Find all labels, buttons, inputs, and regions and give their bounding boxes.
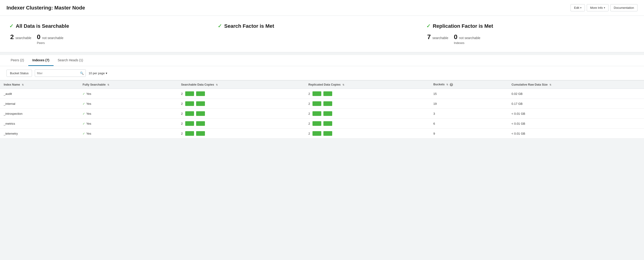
- cell-fully-searchable: ✓Yes: [79, 129, 177, 138]
- sort-icon[interactable]: ⇅: [342, 84, 344, 86]
- cell-index-name: _audit: [0, 89, 79, 99]
- bar-segment: [185, 121, 194, 126]
- cell-raw-size: < 0.01 GB: [508, 129, 644, 138]
- cell-index-name: _telemetry: [0, 129, 79, 138]
- col-index-name: Index Name ⇅: [0, 81, 79, 89]
- yes-check-icon: ✓: [82, 112, 85, 116]
- searchable-peers-number: 2: [10, 33, 14, 41]
- sort-icon[interactable]: ⇅: [216, 84, 218, 86]
- check-icon: ✓: [9, 23, 14, 29]
- table-wrap: Index Name ⇅ Fully Searchable ⇅ Searchab…: [0, 80, 644, 138]
- cell-replicated-copies: 2: [304, 119, 430, 129]
- indexes-sublabel: Indexes: [454, 41, 464, 45]
- cell-buckets: 6: [430, 119, 508, 129]
- bar-segment: [196, 121, 205, 126]
- yes-check-icon: ✓: [82, 102, 85, 106]
- cell-raw-size: < 0.01 GB: [508, 119, 644, 129]
- cell-raw-size: < 0.01 GB: [508, 109, 644, 119]
- cell-buckets: 15: [430, 89, 508, 99]
- bar-segment: [196, 91, 205, 96]
- cell-raw-size: 0.02 GB: [508, 89, 644, 99]
- per-page-select[interactable]: 10 per page ▾: [88, 71, 107, 75]
- bar-segment: [324, 91, 332, 96]
- bar-segment: [196, 101, 205, 106]
- bar-segment: [196, 131, 205, 136]
- tab-peers[interactable]: Peers (2): [6, 55, 28, 66]
- table-row: _internal✓Yes 2 2 190.17 GB: [0, 99, 644, 109]
- cell-replicated-copies: 2: [304, 89, 430, 99]
- sort-icon[interactable]: ⇅: [107, 84, 109, 86]
- table-controls: Bucket Status 🔍 10 per page ▾: [0, 66, 644, 80]
- yes-check-icon: ✓: [82, 132, 85, 135]
- searchable-peers-label: searchable: [16, 36, 32, 40]
- col-fully-searchable: Fully Searchable ⇅: [79, 81, 177, 89]
- bar-segment: [312, 111, 321, 116]
- status-card-replication: ✓ Replication Factor is Met 7 searchable…: [426, 23, 635, 45]
- cell-replicated-copies: 2: [304, 99, 430, 109]
- search-icon: 🔍: [80, 71, 84, 75]
- yes-check-icon: ✓: [82, 92, 85, 96]
- bar-segment: [185, 101, 194, 106]
- cell-index-name: _metrics: [0, 119, 79, 129]
- cell-index-name: _introspection: [0, 109, 79, 119]
- col-raw-size: Cumulative Raw Data Size ⇅: [508, 81, 644, 89]
- col-replicated-data-copies: Replicated Data Copies ⇅: [304, 81, 430, 89]
- not-searchable-indexes-number: 0: [454, 33, 458, 41]
- chevron-down-icon: ▾: [106, 71, 107, 75]
- chevron-down-icon: ▾: [580, 6, 582, 9]
- cell-fully-searchable: ✓Yes: [79, 119, 177, 129]
- page-container: Indexer Clustering: Master Node Edit ▾ M…: [0, 0, 644, 260]
- chevron-down-icon: ▾: [604, 6, 605, 9]
- table-row: _audit✓Yes 2 2 150.02 GB: [0, 89, 644, 99]
- check-icon: ✓: [426, 23, 430, 29]
- bar-segment: [312, 121, 321, 126]
- status-section: ✓ All Data is Searchable 2 searchable 0 …: [0, 16, 644, 52]
- bar-segment: [324, 121, 332, 126]
- col-buckets: Buckets ⇅ ?: [430, 81, 508, 89]
- bar-segment: [312, 91, 321, 96]
- cell-buckets: 19: [430, 99, 508, 109]
- bucket-status-button[interactable]: Bucket Status: [6, 70, 32, 77]
- not-searchable-peers-number: 0: [37, 33, 40, 41]
- cell-fully-searchable: ✓Yes: [79, 89, 177, 99]
- bar-segment: [185, 91, 194, 96]
- indexes-table: Index Name ⇅ Fully Searchable ⇅ Searchab…: [0, 80, 644, 138]
- searchable-status-title: All Data is Searchable: [16, 23, 69, 29]
- bar-segment: [185, 131, 194, 136]
- cell-buckets: 3: [430, 109, 508, 119]
- cell-buckets: 9: [430, 129, 508, 138]
- edit-button[interactable]: Edit ▾: [570, 4, 585, 11]
- help-icon[interactable]: ?: [450, 83, 453, 86]
- not-searchable-peers-label: not searchable: [42, 36, 64, 40]
- cell-searchable-copies: 2: [177, 89, 304, 99]
- filter-input[interactable]: [37, 71, 80, 75]
- table-header-row: Index Name ⇅ Fully Searchable ⇅ Searchab…: [0, 81, 644, 89]
- tab-search-heads[interactable]: Search Heads (1): [54, 55, 88, 66]
- bar-segment: [312, 101, 321, 106]
- filter-input-wrap[interactable]: 🔍: [35, 69, 86, 77]
- more-info-button[interactable]: More Info ▾: [587, 4, 608, 11]
- bar-segment: [312, 131, 321, 136]
- cell-raw-size: 0.17 GB: [508, 99, 644, 109]
- cell-searchable-copies: 2: [177, 109, 304, 119]
- header-actions: Edit ▾ More Info ▾ Documentation: [570, 4, 638, 11]
- table-row: _introspection✓Yes 2 2 3< 0.01 GB: [0, 109, 644, 119]
- check-icon: ✓: [218, 23, 222, 29]
- tabs: Peers (2) Indexes (7) Search Heads (1): [6, 55, 638, 66]
- page-title: Indexer Clustering: Master Node: [6, 5, 85, 11]
- sort-icon[interactable]: ⇅: [22, 84, 24, 86]
- documentation-button[interactable]: Documentation: [610, 4, 638, 11]
- status-card-searchable: ✓ All Data is Searchable 2 searchable 0 …: [9, 23, 218, 45]
- cell-replicated-copies: 2: [304, 129, 430, 138]
- table-row: _telemetry✓Yes 2 2 9< 0.01 GB: [0, 129, 644, 138]
- cell-searchable-copies: 2: [177, 119, 304, 129]
- tab-indexes[interactable]: Indexes (7): [28, 55, 54, 66]
- sort-icon[interactable]: ⇅: [550, 84, 551, 86]
- bar-segment: [324, 111, 332, 116]
- replication-status-title: Replication Factor is Met: [433, 23, 493, 29]
- cell-searchable-copies: 2: [177, 129, 304, 138]
- sort-icon[interactable]: ⇅: [446, 83, 448, 86]
- cell-fully-searchable: ✓Yes: [79, 99, 177, 109]
- cell-index-name: _internal: [0, 99, 79, 109]
- searchable-indexes-label: searchable: [432, 36, 448, 40]
